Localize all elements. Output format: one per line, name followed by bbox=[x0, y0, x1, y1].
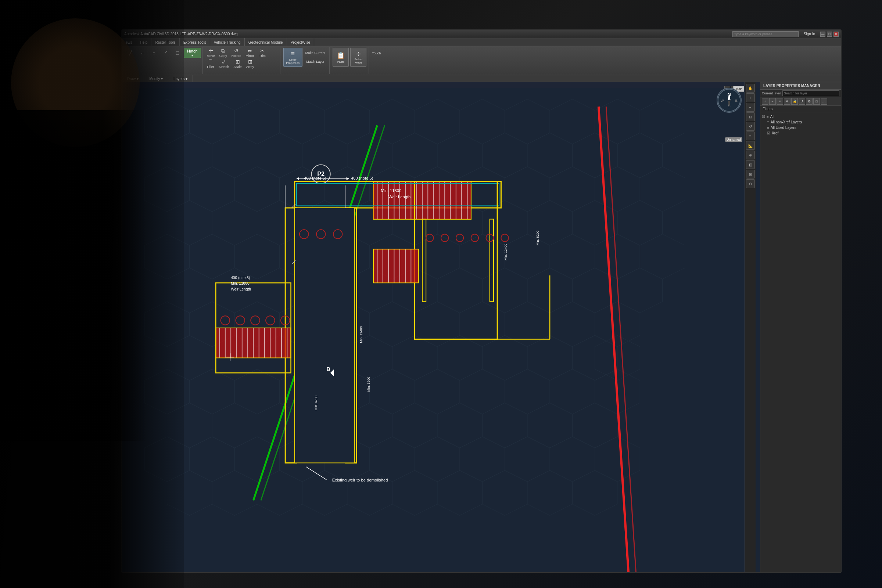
tab-geotechnical[interactable]: Geotechnical Module bbox=[245, 38, 287, 46]
tool-properties[interactable]: ≡ bbox=[746, 132, 755, 140]
delete-layer-button[interactable]: − bbox=[769, 98, 776, 105]
svg-text:Min. 11800: Min. 11800 bbox=[381, 188, 402, 193]
rotate-button[interactable]: ↺ Rotate bbox=[230, 48, 243, 58]
svg-text:E: E bbox=[735, 98, 738, 102]
rectangle-button[interactable]: □ bbox=[172, 48, 183, 58]
layer-refresh-button[interactable]: ↺ bbox=[799, 98, 805, 105]
layer-properties-button[interactable]: ≡ Layer Properties bbox=[283, 48, 302, 67]
ribbon-tab-bar: ews Help Raster Tools Express Tools Vehi… bbox=[122, 38, 841, 46]
tool-rotate-view[interactable]: ↺ bbox=[746, 122, 755, 131]
layer-xref[interactable]: ☑ Xref bbox=[762, 130, 839, 136]
svg-text:Weir Length: Weir Length bbox=[388, 195, 410, 199]
current-layer-label: Current layer bbox=[762, 92, 781, 95]
copy-button[interactable]: ⧉ Copy bbox=[218, 48, 229, 58]
svg-text:B: B bbox=[327, 366, 331, 372]
svg-text:Min. 8200: Min. 8200 bbox=[536, 231, 539, 245]
background: Autodesk AutoCAD Civil 3D 2018 LFD-ARP-Z… bbox=[0, 0, 882, 588]
tool-zoom-extents[interactable]: ⊡ bbox=[746, 112, 755, 121]
line-button[interactable]: ╱ bbox=[125, 48, 136, 58]
layer-used[interactable]: ≡ All Used Layers bbox=[762, 125, 839, 130]
layer-freeze-button[interactable]: ❄ bbox=[784, 98, 790, 105]
select-mode-button[interactable]: ⊹ Select Mode bbox=[350, 48, 367, 67]
fillet-button[interactable]: ⌒ Fillet bbox=[205, 59, 216, 69]
svg-text:400 (n te 5): 400 (n te 5) bbox=[231, 276, 250, 280]
panel-title: LAYER PROPERTIES MANAGER bbox=[760, 82, 841, 90]
layer-all[interactable]: ☑ ≡ All bbox=[762, 114, 839, 119]
tool-layer-toggle[interactable]: ◧ bbox=[746, 160, 755, 169]
maximize-button[interactable]: □ bbox=[827, 32, 832, 37]
ribbon-label-draw[interactable]: Draw ▾ bbox=[122, 75, 144, 82]
monitor-screen: Autodesk AutoCAD Civil 3D 2018 LFD-ARP-Z… bbox=[121, 29, 841, 573]
svg-rect-166 bbox=[373, 249, 419, 283]
tool-snap[interactable]: ⊕ bbox=[746, 151, 755, 159]
tab-projectwise[interactable]: ProjectWise bbox=[287, 38, 314, 46]
tool-orbit[interactable]: ⊙ bbox=[746, 179, 755, 188]
tool-strip: ✋ + − ⊡ ↺ ≡ 📐 ⊕ ◧ ⊞ ⊙ bbox=[745, 82, 756, 573]
paste-button[interactable]: 📋 Paste bbox=[333, 48, 349, 67]
search-placeholder: Type a keyword or phrase bbox=[734, 32, 772, 36]
close-button[interactable]: ✕ bbox=[834, 32, 838, 37]
svg-text:Weir Length: Weir Length bbox=[231, 287, 251, 291]
window-controls: — □ ✕ bbox=[820, 32, 838, 37]
polyline-button[interactable]: ⌐ bbox=[137, 48, 148, 58]
svg-text:Min. 11800: Min. 11800 bbox=[231, 281, 249, 285]
layer-settings-button[interactable]: ⚙ bbox=[806, 98, 813, 105]
layer-search-input[interactable] bbox=[783, 90, 839, 96]
move-button[interactable]: ✛ Move bbox=[205, 48, 217, 58]
circle-button[interactable]: ○ bbox=[149, 48, 159, 58]
tool-zoom-out[interactable]: − bbox=[746, 103, 755, 112]
stretch-button[interactable]: ⤢ Stretch bbox=[217, 59, 231, 69]
search-box[interactable]: Type a keyword or phrase bbox=[732, 31, 799, 37]
svg-text:Min. 6200: Min. 6200 bbox=[367, 377, 370, 392]
svg-text:W: W bbox=[721, 98, 724, 102]
app-title: Autodesk AutoCAD Civil 3D 2018 LFD-ARP-Z… bbox=[124, 32, 730, 36]
tool-pan[interactable]: ✋ bbox=[746, 84, 755, 93]
ribbon-label-layers[interactable]: Layers ▾ bbox=[168, 75, 193, 82]
misc-draw-1[interactable]: ··· bbox=[125, 59, 136, 69]
main-content-area: P2 Min. 11800 Weir Length 400 (note 5) 4… bbox=[122, 82, 841, 573]
unnamed-tag: Unnamed bbox=[725, 137, 742, 142]
layer-tree: ☑ ≡ All ≡ All non-Xref Layers ≡ All Used… bbox=[760, 112, 841, 573]
layer-view-button[interactable]: □ bbox=[813, 98, 820, 105]
ribbon-label-modify[interactable]: Modify ▾ bbox=[144, 75, 168, 82]
svg-text:400 (note 5): 400 (note 5) bbox=[351, 176, 373, 180]
svg-text:Min. 6200: Min. 6200 bbox=[314, 396, 318, 410]
layer-lock-button[interactable]: 🔒 bbox=[791, 98, 798, 105]
new-layer-button[interactable]: + bbox=[762, 98, 768, 105]
layer-more-button[interactable]: … bbox=[820, 98, 827, 105]
scale-button[interactable]: ⊞ Scale bbox=[231, 59, 243, 69]
cad-viewport[interactable]: P2 Min. 11800 Weir Length 400 (note 5) 4… bbox=[122, 82, 760, 573]
compass-widget[interactable]: TOP N S W E bbox=[717, 88, 742, 114]
svg-text:Min. 12400: Min. 12400 bbox=[504, 244, 508, 260]
tab-raster-tools[interactable]: Raster Tools bbox=[152, 38, 179, 46]
ribbon-content: ╱ ⌐ ○ ◜ □ Hatch ▾ bbox=[122, 46, 841, 75]
tab-vehicle-tracking[interactable]: Vehicle Tracking bbox=[210, 38, 245, 46]
match-layer-button[interactable]: Match Layer bbox=[304, 58, 328, 66]
array-button[interactable]: ⊞ Array bbox=[244, 59, 256, 69]
sign-in-link[interactable]: Sign In bbox=[804, 32, 815, 36]
tool-view-options[interactable]: ⊞ bbox=[746, 170, 755, 178]
panel-toolbar: + − ≡ ❄ 🔒 ↺ ⚙ □ … bbox=[760, 98, 841, 106]
svg-rect-142 bbox=[295, 208, 355, 463]
minimize-button[interactable]: — bbox=[820, 32, 825, 37]
hatch-button[interactable]: Hatch ▾ bbox=[184, 48, 201, 58]
ribbon-labels-row: Draw ▾ Modify ▾ Layers ▾ bbox=[122, 75, 841, 82]
layer-properties-button-2[interactable]: ≡ bbox=[777, 98, 783, 105]
panel-search-row: Current layer bbox=[760, 90, 841, 98]
make-current-button[interactable]: Make Current bbox=[304, 49, 328, 57]
trim-button[interactable]: ✂ Trim bbox=[257, 48, 268, 58]
tool-zoom-in[interactable]: + bbox=[746, 93, 755, 102]
title-bar: Autodesk AutoCAD Civil 3D 2018 LFD-ARP-Z… bbox=[122, 30, 841, 38]
layer-properties-panel: LAYER PROPERTIES MANAGER Current layer +… bbox=[760, 82, 841, 573]
layer-non-xref[interactable]: ≡ All non-Xref Layers bbox=[762, 119, 839, 125]
cad-drawing: P2 Min. 11800 Weir Length 400 (note 5) 4… bbox=[122, 82, 760, 573]
tab-ews[interactable]: ews bbox=[122, 38, 136, 46]
tool-measure[interactable]: 📐 bbox=[746, 141, 755, 150]
mirror-button[interactable]: ⇔ Mirror bbox=[243, 48, 256, 58]
arc-button[interactable]: ◜ bbox=[160, 48, 171, 58]
tab-help[interactable]: Help bbox=[136, 38, 152, 46]
tab-express-tools[interactable]: Express Tools bbox=[180, 38, 210, 46]
svg-text:400 (note 5): 400 (note 5) bbox=[304, 176, 326, 180]
svg-text:Min. 12400: Min. 12400 bbox=[359, 326, 363, 343]
svg-text:Existing weir to be demolished: Existing weir to be demolished bbox=[332, 478, 388, 482]
